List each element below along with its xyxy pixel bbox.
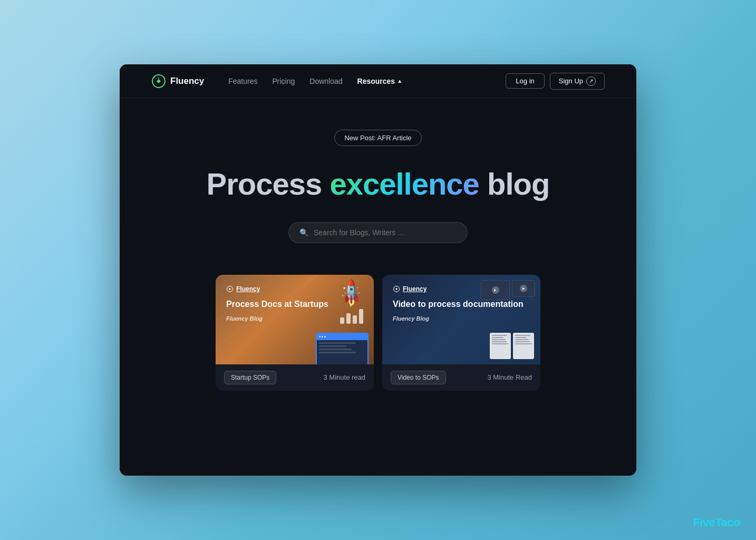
nav-resources[interactable]: Resources ▲ <box>357 77 403 85</box>
card-2-subtitle: Fluency Blog <box>393 315 524 322</box>
search-icon: 🔍 <box>299 228 308 237</box>
card-1[interactable]: Fluency Process Docs at Startups Fluency… <box>216 275 374 391</box>
nav-links: Features Pricing Download Resources ▲ <box>228 77 487 85</box>
card-2-logo-icon <box>393 285 400 293</box>
card-1-logo-text: Fluency <box>236 285 260 293</box>
card-1-thumbnail: Fluency Process Docs at Startups Fluency… <box>216 275 374 364</box>
logo[interactable]: Fluency <box>151 74 204 89</box>
nav-actions: Log in Sign Up ↗ <box>506 73 605 90</box>
nav-download[interactable]: Download <box>309 77 342 85</box>
card-1-content: Fluency Process Docs at Startups Fluency… <box>226 285 328 322</box>
navbar: Fluency Features Pricing Download Resour… <box>120 64 636 98</box>
card-2-footer: Video to SOPs 3 Minute Read <box>382 364 540 391</box>
new-post-badge[interactable]: New Post: AFR Article <box>334 130 421 146</box>
fivetaco-watermark: FiveTaco <box>693 516 740 529</box>
bar-chart-icon <box>340 309 363 324</box>
card-1-title: Process Docs at Startups <box>226 299 328 310</box>
nav-features[interactable]: Features <box>228 77 257 85</box>
card-2-content: Fluency Video to process documentation F… <box>393 285 524 322</box>
card-2-doc-mocks <box>490 333 534 359</box>
card-2-logo-text: Fluency <box>403 285 427 293</box>
card-1-read-time: 3 Minute read <box>324 373 366 381</box>
card-1-subtitle: Fluency Blog <box>226 315 328 322</box>
card-2-read-time: 3 Minute Read <box>487 373 532 381</box>
card-2-tag[interactable]: Video to SOPs <box>391 371 446 384</box>
cards-row: Fluency Process Docs at Startups Fluency… <box>120 275 636 391</box>
excellence-highlight: excellence <box>329 167 479 201</box>
arrow-deco-icon: ⤵ <box>506 339 510 349</box>
hero-section: New Post: AFR Article Process excellence… <box>120 98 636 476</box>
login-button[interactable]: Log in <box>506 73 544 89</box>
card-2-title: Video to process documentation <box>393 299 524 310</box>
signup-button[interactable]: Sign Up ↗ <box>550 73 605 90</box>
card-1-logo-icon <box>226 285 234 293</box>
logo-text: Fluency <box>170 76 204 86</box>
card-2[interactable]: Fluency Video to process documentation F… <box>382 275 540 391</box>
card-1-footer: Startup SOPs 3 Minute read <box>216 364 374 391</box>
doc-mock-2 <box>513 333 534 359</box>
nav-pricing[interactable]: Pricing <box>273 77 295 85</box>
card-1-screen-mockup <box>316 333 369 364</box>
rocket-icon: 🚀 <box>335 277 368 310</box>
search-bar[interactable]: 🔍 <box>288 222 468 243</box>
browser-window: Fluency Features Pricing Download Resour… <box>120 64 636 476</box>
fluency-logo-icon <box>151 74 166 89</box>
card-1-logo: Fluency <box>226 285 328 293</box>
screen-body <box>317 340 367 357</box>
card-1-rocket-deco: 🚀 <box>340 283 363 324</box>
hero-title: Process excellence blog <box>207 167 550 201</box>
signup-circle-icon: ↗ <box>586 76 596 86</box>
screen-header <box>317 334 367 340</box>
card-1-tag[interactable]: Startup SOPs <box>224 371 276 384</box>
resources-chevron-icon: ▲ <box>397 78 402 84</box>
card-2-thumbnail: Fluency Video to process documentation F… <box>382 275 540 364</box>
search-input[interactable] <box>314 228 457 237</box>
card-2-logo: Fluency <box>393 285 524 293</box>
